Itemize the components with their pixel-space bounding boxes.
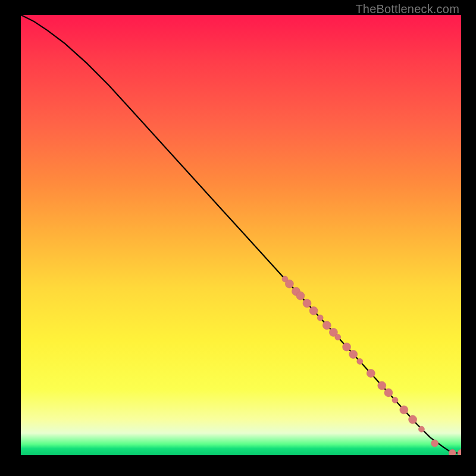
data-point <box>317 315 323 321</box>
data-point <box>285 280 293 288</box>
curve-markers <box>282 276 461 455</box>
data-point <box>384 389 393 397</box>
data-point <box>309 306 318 315</box>
data-point <box>296 292 305 300</box>
data-point <box>335 334 341 340</box>
stage: TheBottleneck.com <box>0 0 476 476</box>
data-point <box>449 449 456 455</box>
data-point <box>303 299 311 308</box>
data-point <box>322 321 331 330</box>
data-point <box>349 350 358 359</box>
chart-plot-area <box>21 15 461 455</box>
watermark-text: TheBottleneck.com <box>355 2 459 16</box>
data-point <box>431 440 439 447</box>
data-point <box>409 415 417 424</box>
data-point <box>400 406 408 414</box>
data-point <box>378 381 386 390</box>
data-point <box>418 426 424 432</box>
data-point <box>343 343 351 351</box>
data-point <box>367 369 375 377</box>
chart-overlay <box>21 15 461 455</box>
bottleneck-curve <box>21 15 461 453</box>
data-point <box>357 358 363 364</box>
data-point <box>392 397 398 403</box>
data-point <box>458 449 461 455</box>
